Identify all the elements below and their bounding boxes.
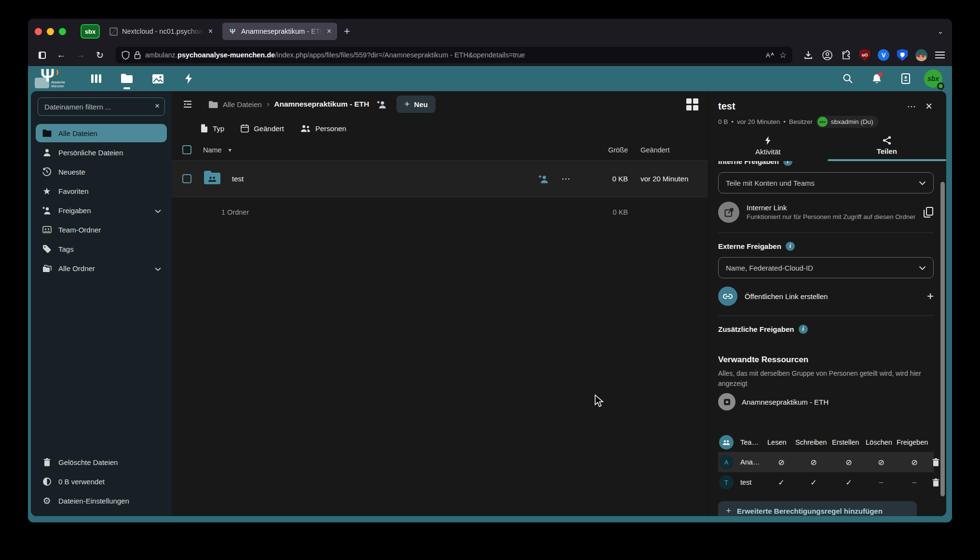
perm-erstellen-check-icon[interactable]: ✓ [832,478,866,487]
user-avatar[interactable]: sbx [924,69,942,88]
list-tabs-chevron-icon[interactable]: ⌄ [937,27,943,36]
perm-erstellen-deny-icon[interactable]: ⊘ [832,458,866,467]
perm-lesen-deny-icon[interactable]: ⊘ [767,458,795,467]
translate-icon[interactable]: A [765,51,775,59]
shared-person-plus-icon[interactable] [377,100,387,109]
sidebar-item-geloeschte-dateien[interactable]: Gelöschte Dateien [36,453,167,471]
panel-scrollbar[interactable] [940,182,945,496]
back-button[interactable]: ← [53,48,69,62]
sidebar-item-quota[interactable]: 0 B verwendet [36,472,167,491]
perm-freigeben-deny-icon[interactable]: ⊘ [897,458,932,467]
lock-icon[interactable] [134,51,141,59]
acl-row-test[interactable]: T test ✓ ✓ ✓ – – [718,472,934,492]
tab-close-icon[interactable]: × [208,27,213,36]
file-name[interactable]: test [232,175,244,183]
perm-freigeben-dash-icon[interactable]: – [897,478,932,487]
contacts-icon[interactable] [895,68,916,89]
app-activity[interactable] [177,67,201,91]
sidebar-item-freigaben[interactable]: Freigaben [36,201,167,219]
app-dashboard[interactable] [84,67,108,91]
sidebar-item-alle-ordner[interactable]: Alle Ordner [36,259,167,277]
panel-actions-menu[interactable]: ⋯ [903,97,920,115]
minimize-window-button[interactable] [47,28,54,35]
info-icon[interactable]: i [783,161,792,166]
panel-tabs: Aktivität Teilen [708,133,946,161]
tab-teilen[interactable]: Teilen [828,133,947,161]
add-advanced-rule-button[interactable]: + Erweiterte Berechtigungsregel hinzufüg… [718,501,917,516]
close-window-button[interactable] [35,28,42,35]
related-resource-item[interactable]: Anamnesepraktikum - ETH [718,393,934,410]
column-size[interactable]: Größe [582,146,628,154]
copy-icon[interactable] [923,206,934,218]
bitwarden-icon[interactable] [896,49,909,61]
new-button[interactable]: + Neu [396,96,435,113]
grid-view-toggle[interactable] [683,95,701,113]
vimium-icon[interactable]: V [877,49,890,61]
downloads-icon[interactable] [802,49,815,61]
info-icon[interactable]: i [786,242,795,251]
perm-loeschen-dash-icon[interactable]: – [866,478,897,487]
perm-schreiben-check-icon[interactable]: ✓ [795,478,832,487]
filter-chip-typ[interactable]: Typ [201,124,224,133]
tracking-shield-icon[interactable] [122,51,130,60]
browser-nav-toolbar: ← → ↻ ambulanz.psychoanalyse-muenchen.de… [28,44,952,66]
column-name[interactable]: Name [203,146,222,154]
sidebar-item-dateien-einstellungen[interactable]: ⚙ Dateien-Einstellungen [36,492,167,510]
public-link-row[interactable]: Öffentlichen Link erstellen + [718,287,934,306]
sidebar-item-persoenliche-dateien[interactable]: Persönliche Dateien [36,143,167,162]
app-photos[interactable] [146,67,170,91]
forward-button[interactable]: → [72,48,89,62]
panel-close-icon[interactable]: × [920,97,938,115]
filename-filter-input[interactable] [38,97,165,116]
unified-search-icon[interactable] [837,68,858,89]
chevron-down-icon[interactable] [155,206,161,215]
breadcrumb-current[interactable]: Anamnesepraktikum - ETH [274,100,369,109]
notifications-bell-icon[interactable] [866,68,887,89]
perm-loeschen-deny-icon[interactable]: ⊘ [866,458,897,467]
sidebar-item-alle-dateien[interactable]: Alle Dateien [36,124,167,142]
external-share-input[interactable]: Name, Federated-Cloud-ID [718,257,934,278]
extensions-puzzle-icon[interactable] [840,49,852,61]
ublock-icon[interactable]: uO [858,49,871,61]
perm-lesen-check-icon[interactable]: ✓ [767,478,795,487]
menu-hamburger-icon[interactable] [934,49,946,61]
spy-extension-icon[interactable] [915,49,927,61]
zoom-window-button[interactable] [59,28,66,35]
new-tab-button[interactable]: + [344,25,350,38]
chevron-down-icon[interactable] [155,264,161,273]
sidebar-item-favoriten[interactable]: ★ Favoriten [36,182,167,200]
app-files[interactable] [115,67,139,91]
sidebar-item-tags[interactable]: Tags [36,240,167,258]
row-actions-menu[interactable]: ⋯ [561,173,571,184]
tab-nextcloud[interactable]: Nextcloud - nc01.psychoanalyse × [104,23,218,40]
row-checkbox[interactable] [182,174,191,183]
tab-close-icon[interactable]: × [327,27,331,36]
reload-button[interactable]: ↻ [92,48,108,62]
owner-chip[interactable]: sbx sbxadmin (Du) [816,116,878,128]
sidebar-toggle-button[interactable] [34,48,50,62]
bookmark-star-icon[interactable]: ☆ [779,50,787,60]
perm-schreiben-deny-icon[interactable]: ⊘ [795,458,832,467]
url-bar[interactable]: ambulanz.psychoanalyse-muenchen.de/index… [116,47,792,63]
file-row-test[interactable]: test ⋯ 0 KB vor 20 Minuten [172,161,708,197]
tab-aktivitaet[interactable]: Aktivität [708,133,828,161]
share-person-plus-icon[interactable] [538,175,549,183]
acl-row-ana[interactable]: A Ana… ⊘ ⊘ ⊘ ⊘ ⊘ [718,452,934,472]
filter-chip-personen[interactable]: Personen [300,124,346,133]
nextcloud-logo[interactable]: Ψ Akademie München [34,68,69,90]
filter-chip-geaendert[interactable]: Geändert [241,124,284,133]
tab-anamnesepraktikum[interactable]: Ψ Anamnesepraktikum - ETH - Alle × [222,23,337,40]
account-icon[interactable] [821,49,833,61]
pinned-tab-sbx[interactable]: sbx [81,24,100,39]
sidebar-item-team-ordner[interactable]: Team-Ordner [36,220,167,239]
collapse-sidebar-button[interactable] [178,95,197,113]
breadcrumb-root[interactable]: Alle Dateien [223,100,262,109]
filter-clear-icon[interactable]: × [155,101,160,111]
info-icon[interactable]: i [799,325,808,334]
column-modified[interactable]: Geändert [628,146,701,154]
add-public-link-icon[interactable]: + [927,289,934,303]
internal-share-input[interactable]: Teile mit Konten und Teams [718,172,934,193]
sidebar-item-neueste[interactable]: Neueste [36,163,167,181]
select-all-checkbox[interactable] [182,145,191,154]
sort-descending-icon[interactable]: ▾ [229,147,231,153]
